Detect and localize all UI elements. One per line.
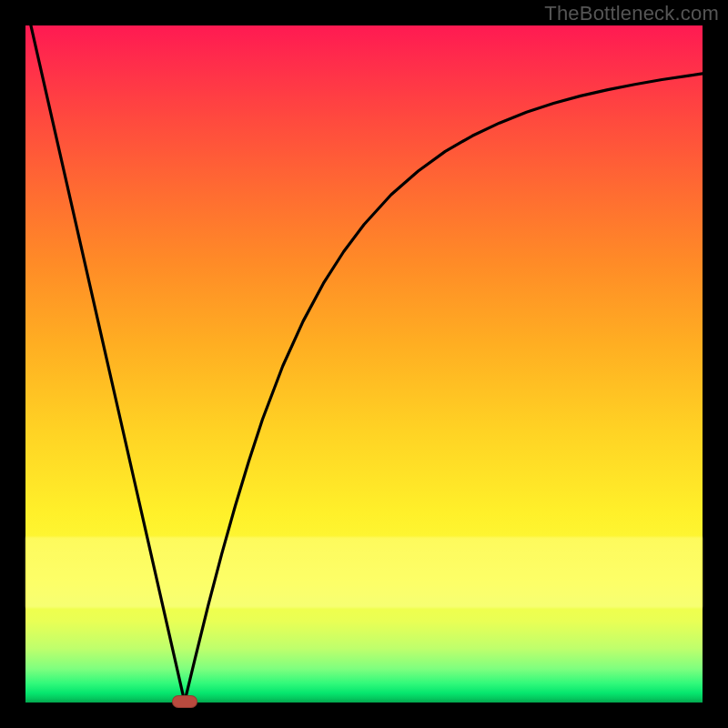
- plot-area: [25, 25, 703, 703]
- chart-frame: TheBottleneck.com: [0, 0, 728, 728]
- minimum-marker: [172, 695, 197, 708]
- watermark-text: TheBottleneck.com: [544, 2, 719, 25]
- bottleneck-curve: [25, 25, 703, 703]
- curve-path: [25, 2, 703, 702]
